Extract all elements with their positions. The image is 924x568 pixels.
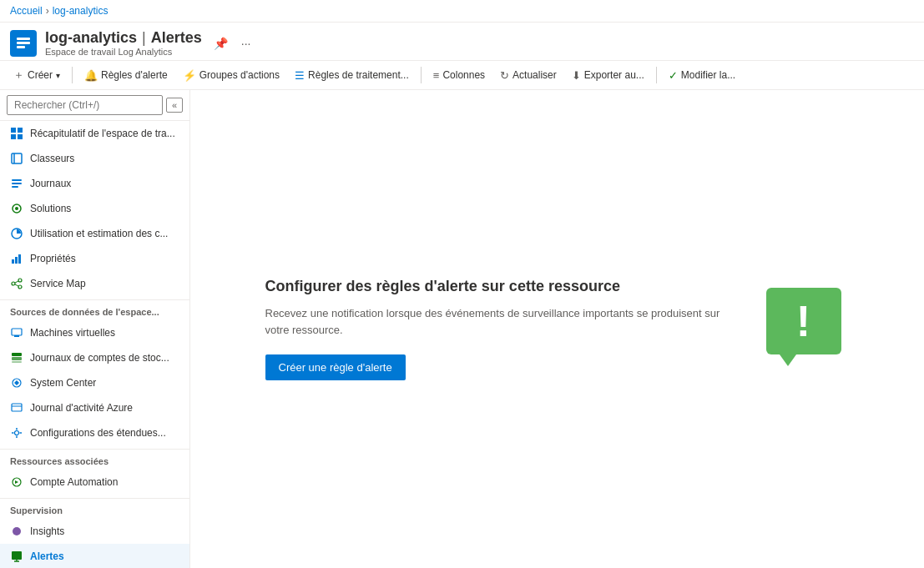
search-input[interactable] xyxy=(7,95,163,115)
svg-rect-4 xyxy=(18,128,23,133)
svg-line-22 xyxy=(15,284,18,286)
automation-icon xyxy=(10,475,23,489)
sidebar-item-solutions[interactable]: Solutions xyxy=(0,196,189,221)
azure-icon xyxy=(10,401,23,415)
sidebar-item-label: Journaux de comptes de stoc... xyxy=(30,352,169,364)
svg-rect-29 xyxy=(12,404,22,411)
page-subtitle: Espace de travail Log Analytics xyxy=(45,47,202,57)
storage-icon xyxy=(10,351,23,364)
main-layout: « Récapitulatif de l'espace de tra... Cl… xyxy=(0,90,924,568)
sidebar-item-recapitulatif[interactable]: Récapitulatif de l'espace de tra... xyxy=(0,121,189,146)
svg-point-18 xyxy=(12,282,15,285)
create-alert-rule-button[interactable]: Créer une règle d'alerte xyxy=(265,354,406,380)
columns-label: Colonnes xyxy=(442,69,485,81)
plus-icon: ＋ xyxy=(13,68,24,83)
content-area: Configurer des règles d'alerte sur cette… xyxy=(190,90,924,568)
refresh-label: Actualiser xyxy=(512,69,557,81)
breadcrumb-separator: › xyxy=(46,5,49,17)
sidebar-item-machines-virtuelles[interactable]: Machines virtuelles xyxy=(0,320,189,345)
sidebar-item-journal-azure[interactable]: Journal d'activité Azure xyxy=(0,395,189,420)
alert-rules-button[interactable]: 🔔 Règles d'alerte xyxy=(78,66,174,85)
log-icon xyxy=(10,177,23,190)
sidebar-item-label: Récapitulatif de l'espace de tra... xyxy=(30,128,175,139)
sidebar-section-sources: Sources de données de l'espace... xyxy=(0,299,189,320)
svg-point-20 xyxy=(18,285,22,289)
modify-label: Modifier la... xyxy=(681,69,735,81)
sidebar-item-label: Compte Automation xyxy=(30,476,118,488)
export-label: Exporter au... xyxy=(584,69,644,81)
toolbar: ＋ Créer ▾ 🔔 Règles d'alerte ⚡ Groupes d'… xyxy=(0,61,924,90)
sidebar-content: Récapitulatif de l'espace de tra... Clas… xyxy=(0,121,189,568)
sidebar-item-label: Solutions xyxy=(30,203,71,214)
sidebar-section-supervision: Supervision xyxy=(0,498,189,519)
svg-rect-5 xyxy=(11,134,16,139)
sidebar-item-insights[interactable]: Insights xyxy=(0,519,189,544)
svg-rect-17 xyxy=(18,254,21,264)
vm-icon xyxy=(10,326,23,339)
sidebar-item-utilisation[interactable]: Utilisation et estimation des c... xyxy=(0,221,189,246)
action-groups-button[interactable]: ⚡ Groupes d'actions xyxy=(176,66,286,85)
sidebar-item-label: Machines virtuelles xyxy=(30,327,115,339)
solutions-icon xyxy=(10,202,23,215)
columns-icon: ≡ xyxy=(433,69,440,82)
processing-rules-button[interactable]: ☰ Règles de traitement... xyxy=(288,66,416,85)
more-button[interactable]: ··· xyxy=(238,35,255,52)
sidebar-item-label: Propriétés xyxy=(30,253,76,264)
sidebar-item-label: Service Map xyxy=(30,278,86,289)
svg-rect-2 xyxy=(17,46,25,48)
bar-icon xyxy=(10,252,23,265)
svg-rect-24 xyxy=(14,335,19,337)
sidebar-item-label: Insights xyxy=(30,525,64,537)
svg-rect-9 xyxy=(12,179,22,181)
sidebar-item-service-map[interactable]: Service Map xyxy=(0,271,189,296)
pin-button[interactable]: 📌 xyxy=(210,35,231,52)
svg-rect-27 xyxy=(12,361,22,363)
svg-rect-1 xyxy=(17,42,30,44)
empty-state: Configurer des règles d'alerte sur cette… xyxy=(265,278,850,380)
columns-button[interactable]: ≡ Colonnes xyxy=(427,66,492,85)
svg-point-37 xyxy=(13,527,21,535)
sidebar-item-proprietes[interactable]: Propriétés xyxy=(0,246,189,271)
modify-button[interactable]: ✓ Modifier la... xyxy=(662,66,742,85)
header-icons: 📌 ··· xyxy=(210,35,255,52)
svg-rect-23 xyxy=(12,329,22,335)
sidebar-item-journaux-comptes[interactable]: Journaux de comptes de stoc... xyxy=(0,345,189,370)
sidebar-item-label: Classeurs xyxy=(30,153,74,164)
sidebar-section-ressources: Ressources associées xyxy=(0,449,189,470)
alert-box-icon: ! xyxy=(766,288,841,354)
check-icon: ✓ xyxy=(669,69,678,82)
export-button[interactable]: ⬇ Exporter au... xyxy=(565,66,651,85)
sidebar-item-journaux[interactable]: Journaux xyxy=(0,171,189,196)
create-button[interactable]: ＋ Créer ▾ xyxy=(7,64,67,86)
sidebar-item-label: Configurations des étendues... xyxy=(30,427,166,439)
sidebar-item-configurations[interactable]: Configurations des étendues... xyxy=(0,420,189,445)
alert-graphic: ! xyxy=(766,288,850,371)
refresh-button[interactable]: ↻ Actualiser xyxy=(493,66,563,85)
svg-rect-15 xyxy=(12,259,14,264)
title-block: log-analytics | Alertes Espace de travai… xyxy=(45,29,202,57)
resource-name: log-analytics xyxy=(45,29,137,47)
svg-rect-11 xyxy=(12,186,18,188)
sidebar-item-system-center[interactable]: System Center xyxy=(0,370,189,395)
sidebar-item-alertes[interactable]: Alertes xyxy=(0,544,189,568)
alert-rules-label: Règles d'alerte xyxy=(101,69,168,81)
svg-point-13 xyxy=(15,207,18,210)
sidebar: « Récapitulatif de l'espace de tra... Cl… xyxy=(0,90,190,568)
svg-rect-16 xyxy=(15,257,18,264)
title-separator: | xyxy=(142,29,146,47)
alert-rules-icon: 🔔 xyxy=(84,69,98,82)
sidebar-item-compte-automation[interactable]: Compte Automation xyxy=(0,470,189,495)
sidebar-collapse-button[interactable]: « xyxy=(166,98,183,113)
book-icon xyxy=(10,152,23,165)
alertes-icon xyxy=(10,550,23,563)
processing-icon: ☰ xyxy=(295,69,305,82)
create-chevron-icon: ▾ xyxy=(56,71,60,80)
refresh-icon: ↻ xyxy=(500,69,509,82)
svg-point-19 xyxy=(18,279,22,282)
insights-icon xyxy=(10,525,23,538)
sidebar-item-label: Alertes xyxy=(30,550,64,562)
breadcrumb-current[interactable]: log-analytics xyxy=(53,5,109,17)
sidebar-item-classeurs[interactable]: Classeurs xyxy=(0,146,189,171)
svg-rect-10 xyxy=(12,183,22,184)
breadcrumb-home[interactable]: Accueil xyxy=(10,5,43,17)
